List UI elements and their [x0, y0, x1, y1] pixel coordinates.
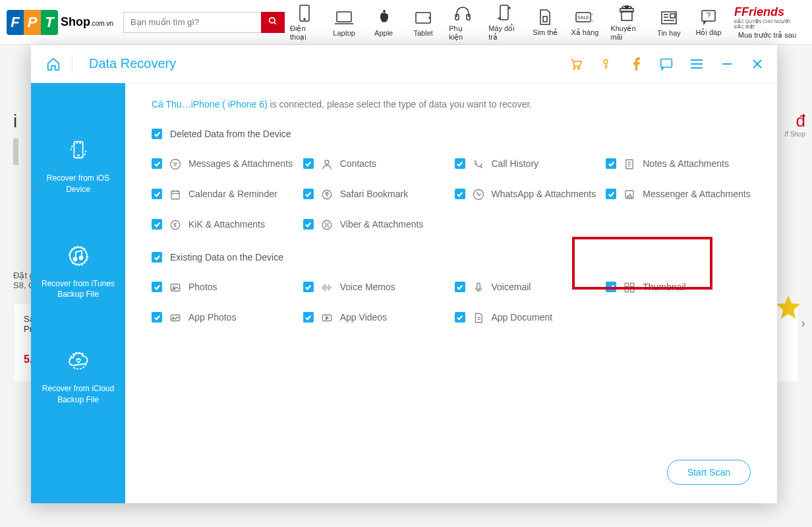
- option-label: Calendar & Reminder: [188, 188, 277, 200]
- type-icon: [623, 158, 636, 171]
- carousel-next-icon[interactable]: ›: [801, 315, 805, 330]
- type-icon: [472, 311, 485, 325]
- nav-accessory[interactable]: Phụ kiện: [444, 1, 482, 44]
- close-icon[interactable]: [751, 57, 764, 71]
- start-scan-button[interactable]: Start Scan: [667, 460, 751, 485]
- option-item[interactable]: App Videos: [303, 311, 448, 325]
- site-header: FPT Shop.com.vn Điện thoại Laptop Apple …: [0, 0, 812, 45]
- option-item[interactable]: Voicemail: [455, 281, 600, 294]
- option-label: Viber & Attachments: [340, 218, 424, 230]
- home-icon[interactable]: [44, 55, 63, 73]
- minimize-icon[interactable]: [720, 57, 734, 71]
- option-item[interactable]: Photos: [152, 281, 297, 294]
- svg-point-0: [270, 18, 275, 23]
- option-label: Voicemail: [492, 281, 531, 293]
- type-icon: [169, 158, 182, 171]
- option-item[interactable]: Voice Memos: [303, 281, 448, 294]
- type-icon: [320, 311, 334, 325]
- type-icon: [169, 218, 182, 232]
- app-window: Data Recovery Recover from iOS Device Re…: [31, 45, 777, 503]
- checkbox-icon[interactable]: [303, 158, 314, 169]
- search-button[interactable]: [261, 12, 285, 33]
- type-icon: [169, 311, 182, 325]
- fpt-logo[interactable]: FPT Shop.com.vn: [7, 10, 113, 35]
- option-item[interactable]: Contacts: [303, 158, 448, 171]
- nav-tablet[interactable]: Tablet: [404, 1, 442, 44]
- type-icon: [320, 281, 334, 294]
- checkbox-icon[interactable]: [303, 189, 314, 199]
- checkbox-icon[interactable]: [152, 312, 162, 323]
- option-label: Photos: [188, 281, 218, 293]
- nav-faq[interactable]: ?Hỏi đáp: [689, 1, 728, 44]
- checkbox-icon[interactable]: [455, 158, 465, 169]
- svg-rect-31: [661, 59, 672, 67]
- sidebar-recover-ios[interactable]: Recover from iOS Device: [31, 119, 125, 225]
- nav-sim[interactable]: Sim thẻ: [526, 1, 564, 44]
- key-icon[interactable]: [599, 57, 612, 71]
- checkbox-icon[interactable]: [152, 129, 162, 139]
- search-bar: [123, 12, 285, 33]
- search-input[interactable]: [123, 12, 261, 33]
- option-item[interactable]: Safari Bookmark: [303, 188, 448, 201]
- phone-refresh-icon: [66, 136, 91, 165]
- option-item[interactable]: Calendar & Reminder: [152, 188, 297, 201]
- checkbox-icon[interactable]: [455, 312, 465, 323]
- section-deleted[interactable]: Deleted Data from the Device: [152, 128, 751, 139]
- nav-laptop[interactable]: Laptop: [325, 1, 363, 44]
- nav-friends[interactable]: FFriendsĐẶC QUYỀN CHO NGƯỜI ĐẶC BIỆTMua …: [729, 1, 805, 44]
- option-item[interactable]: Messenger & Attachments: [606, 188, 751, 201]
- svg-rect-17: [625, 6, 628, 8]
- checkbox-icon[interactable]: [606, 282, 616, 292]
- checkbox-icon[interactable]: [303, 219, 314, 230]
- nav-apple[interactable]: Apple: [364, 1, 403, 44]
- option-item[interactable]: Call History: [455, 158, 600, 171]
- svg-point-43: [171, 160, 181, 170]
- svg-point-56: [171, 220, 180, 230]
- nav-sale[interactable]: SALEXả hàng: [566, 1, 604, 44]
- option-label: App Document: [492, 311, 553, 323]
- itunes-refresh-icon: [65, 241, 92, 270]
- cart-icon[interactable]: [569, 57, 582, 71]
- svg-text:SALE: SALE: [577, 15, 589, 20]
- checkbox-icon[interactable]: [455, 282, 465, 292]
- sidebar-recover-itunes[interactable]: Recover from iTunes Backup File: [31, 225, 125, 330]
- svg-line-1: [274, 22, 276, 24]
- option-label: Messenger & Attachments: [643, 188, 750, 200]
- option-label: Contacts: [340, 158, 376, 170]
- type-icon: [623, 188, 636, 201]
- nav-news[interactable]: Tin hay: [650, 1, 688, 44]
- svg-point-26: [578, 67, 580, 69]
- nav-promo[interactable]: Khuyến mãi: [605, 1, 649, 44]
- option-item[interactable]: App Document: [455, 311, 600, 325]
- option-item[interactable]: WhatsApp & Attachments: [455, 188, 600, 201]
- sidebar-recover-icloud[interactable]: Recover from iCloud Backup File: [31, 330, 125, 435]
- svg-point-3: [304, 18, 305, 20]
- option-item[interactable]: Viber & Attachments: [303, 218, 448, 232]
- device-link[interactable]: Cá Thu…iPhone ( iPhone 6): [152, 99, 268, 109]
- checkbox-icon[interactable]: [152, 219, 162, 230]
- option-item[interactable]: Messages & Attachments: [152, 158, 297, 171]
- nav-phone[interactable]: Điện thoại: [285, 1, 324, 44]
- facebook-icon[interactable]: [629, 57, 643, 71]
- checkbox-icon[interactable]: [303, 312, 314, 323]
- svg-point-6: [383, 10, 386, 13]
- feedback-icon[interactable]: [660, 57, 673, 71]
- option-item[interactable]: Notes & Attachments: [606, 158, 751, 171]
- menu-icon[interactable]: [690, 57, 703, 71]
- svg-rect-4: [337, 12, 351, 22]
- checkbox-icon[interactable]: [606, 189, 616, 199]
- checkbox-icon[interactable]: [455, 189, 465, 199]
- option-item[interactable]: Thumbnail: [606, 281, 751, 294]
- checkbox-icon[interactable]: [152, 252, 162, 263]
- checkbox-icon[interactable]: [606, 158, 616, 169]
- checkbox-icon[interactable]: [303, 282, 314, 292]
- checkbox-icon[interactable]: [152, 189, 162, 199]
- svg-point-40: [70, 247, 87, 264]
- checkbox-icon[interactable]: [152, 158, 162, 169]
- option-item[interactable]: KiK & Attachments: [152, 218, 297, 232]
- nav-exchange[interactable]: Máy đổi trả: [483, 1, 525, 44]
- option-item[interactable]: App Photos: [152, 311, 297, 325]
- app-sidebar: Recover from iOS Device Recover from iTu…: [31, 83, 125, 503]
- section-existing[interactable]: Existing Data on the Device: [152, 251, 751, 263]
- checkbox-icon[interactable]: [152, 282, 162, 292]
